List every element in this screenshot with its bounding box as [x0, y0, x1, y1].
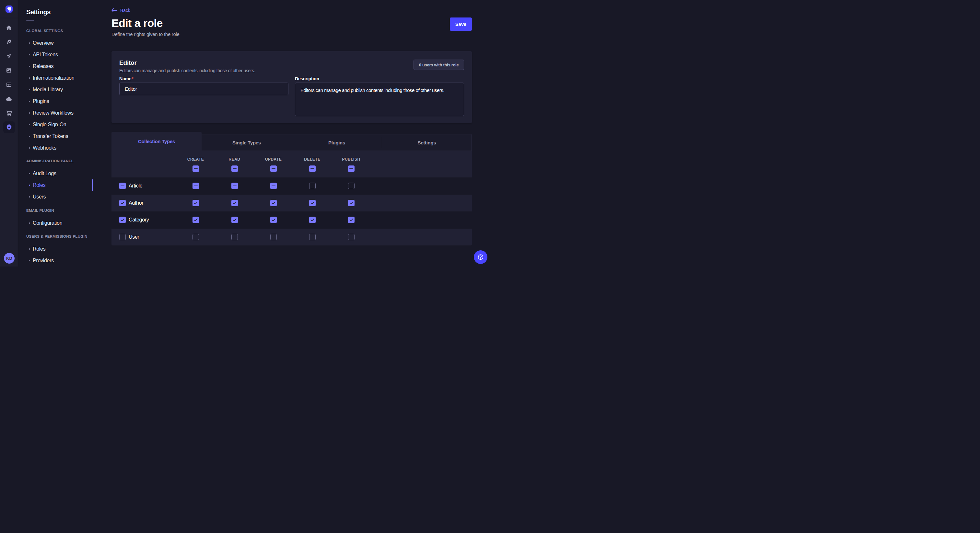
rail-picture-icon[interactable]: [3, 65, 15, 76]
row-label: User: [129, 234, 139, 240]
rail-feather-pen-icon[interactable]: [3, 36, 15, 48]
sidebar-item-internationalization[interactable]: Internationalization: [18, 72, 93, 84]
category-create-checkbox[interactable]: [192, 217, 199, 223]
role-description-heading: Editors can manage and publish contents …: [119, 67, 464, 74]
sidebar-item-roles[interactable]: Roles: [18, 243, 93, 255]
user-publish-checkbox[interactable]: [348, 234, 355, 240]
user-delete-checkbox[interactable]: [309, 234, 316, 240]
sidebar-item-releases[interactable]: Releases: [18, 60, 93, 72]
strapi-logo-icon: [5, 5, 13, 13]
select-row-user-checkbox[interactable]: [119, 234, 126, 240]
author-read-checkbox[interactable]: [231, 200, 238, 206]
sidebar-item-transfer-tokens[interactable]: Transfer Tokens: [18, 130, 93, 142]
rail-layout-icon[interactable]: [3, 79, 15, 90]
sidebar-section-list: OverviewAPI TokensReleasesInternationali…: [18, 37, 93, 154]
user-read-checkbox[interactable]: [231, 234, 238, 240]
bullet-icon: [29, 248, 30, 250]
save-button[interactable]: Save: [450, 17, 472, 31]
row-label: Category: [129, 217, 149, 223]
rail-gear-icon[interactable]: [3, 121, 15, 133]
article-delete-checkbox[interactable]: [309, 182, 316, 189]
select-all-create-checkbox[interactable]: [192, 165, 199, 172]
article-publish-checkbox[interactable]: [348, 182, 355, 189]
check-mark-icon: [349, 201, 353, 205]
user-create-checkbox[interactable]: [192, 234, 199, 240]
sidebar-item-roles[interactable]: Roles: [18, 179, 93, 191]
category-publish-checkbox[interactable]: [348, 217, 355, 223]
permission-row-author: Author: [111, 195, 472, 212]
sidebar-item-single-sign-on[interactable]: Single Sign-On: [18, 119, 93, 130]
author-update-checkbox[interactable]: [270, 200, 277, 206]
description-field-group: Description: [295, 75, 464, 116]
sidebar-item-label: Overview: [33, 40, 54, 46]
page-title: Edit a role: [111, 17, 163, 30]
select-row-category-checkbox[interactable]: [119, 217, 126, 223]
tab-collection-types[interactable]: Collection Types: [111, 132, 202, 151]
select-all-update-checkbox[interactable]: [270, 165, 277, 172]
bullet-icon: [29, 196, 30, 198]
article-create-checkbox[interactable]: [192, 182, 199, 189]
rail-paper-plane-icon[interactable]: [3, 50, 15, 62]
article-update-checkbox[interactable]: [270, 182, 277, 189]
sidebar-item-plugins[interactable]: Plugins: [18, 95, 93, 107]
category-delete-checkbox[interactable]: [309, 217, 316, 223]
select-all-delete-checkbox[interactable]: [309, 165, 316, 172]
name-input[interactable]: [119, 82, 288, 95]
select-row-article-checkbox[interactable]: [119, 182, 126, 189]
sidebar-item-label: Users: [33, 194, 46, 200]
sidebar-item-overview[interactable]: Overview: [18, 37, 93, 49]
column-header-read: READ: [215, 157, 254, 162]
indeterminate-mark-icon: [194, 168, 198, 169]
indeterminate-mark-icon: [272, 186, 275, 186]
author-create-checkbox[interactable]: [192, 200, 199, 206]
rail-cart-icon[interactable]: [3, 107, 15, 119]
select-row-author-checkbox[interactable]: [119, 200, 126, 206]
bullet-icon: [29, 148, 30, 149]
sidebar-item-audit-logs[interactable]: Audit Logs: [18, 168, 93, 179]
permission-row-article: Article: [111, 178, 472, 195]
sidebar-item-label: Plugins: [33, 98, 49, 104]
sidebar-item-label: Webhooks: [33, 145, 56, 151]
users-with-role-button[interactable]: 0 users with this role: [414, 60, 464, 70]
user-update-checkbox[interactable]: [270, 234, 277, 240]
bullet-icon: [29, 260, 30, 261]
select-all-publish-checkbox[interactable]: [348, 165, 355, 172]
sidebar-section-list: RolesProviders: [18, 243, 93, 266]
avatar[interactable]: KD: [4, 253, 14, 263]
check-mark-icon: [272, 218, 275, 222]
sidebar-item-review-workflows[interactable]: Review Workflows: [18, 107, 93, 119]
sidebar-item-api-tokens[interactable]: API Tokens: [18, 49, 93, 60]
article-read-checkbox[interactable]: [231, 182, 238, 189]
sidebar-section-list: Configuration: [18, 217, 93, 229]
sidebar-section-label: ADMINISTRATION PANEL: [26, 159, 73, 163]
author-publish-checkbox[interactable]: [348, 200, 355, 206]
indeterminate-mark-icon: [310, 168, 314, 169]
select-all-read-checkbox[interactable]: [231, 165, 238, 172]
tab-plugins[interactable]: Plugins: [292, 134, 382, 151]
description-textarea[interactable]: [295, 82, 464, 116]
sidebar-item-media-library[interactable]: Media Library: [18, 84, 93, 95]
back-arrow-icon: [111, 8, 117, 12]
back-link[interactable]: Back: [111, 8, 130, 13]
check-mark-icon: [310, 201, 314, 205]
check-mark-icon: [349, 218, 353, 222]
rail-cloud-icon[interactable]: [3, 93, 15, 105]
strapi-logo[interactable]: [5, 5, 13, 13]
tab-settings[interactable]: Settings: [382, 134, 472, 151]
indeterminate-mark-icon: [233, 186, 237, 186]
column-header-create: CREATE: [176, 157, 215, 162]
sidebar-item-webhooks[interactable]: Webhooks: [18, 142, 93, 154]
sidebar-item-users[interactable]: Users: [18, 191, 93, 203]
sidebar-item-providers[interactable]: Providers: [18, 255, 93, 266]
help-button[interactable]: [474, 250, 487, 264]
bullet-icon: [29, 89, 30, 90]
column-header-delete: DELETE: [293, 157, 332, 162]
sidebar-item-configuration[interactable]: Configuration: [18, 217, 93, 229]
category-update-checkbox[interactable]: [270, 217, 277, 223]
tab-separator: [292, 137, 292, 148]
author-delete-checkbox[interactable]: [309, 200, 316, 206]
category-read-checkbox[interactable]: [231, 217, 238, 223]
tab-single-types[interactable]: Single Types: [202, 134, 292, 151]
rail-home-icon[interactable]: [3, 22, 15, 33]
name-field-group: Name*: [119, 75, 288, 116]
